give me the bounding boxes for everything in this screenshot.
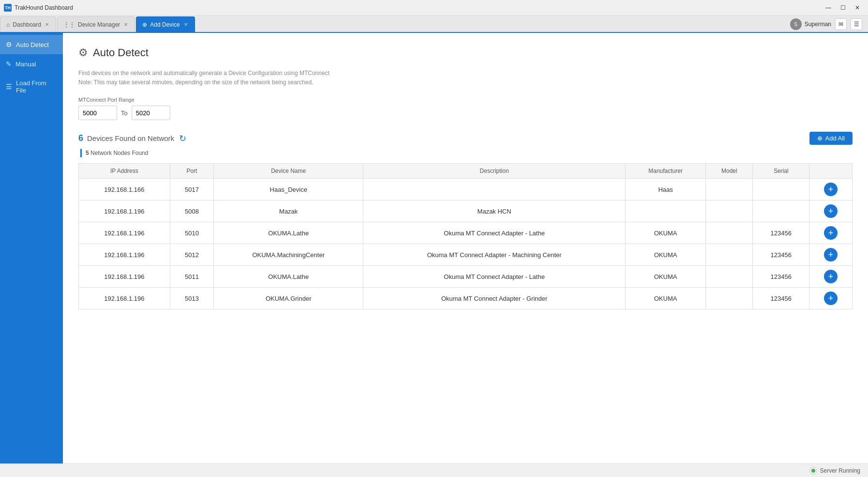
- add-all-icon: ⊕: [817, 135, 823, 142]
- maximize-button[interactable]: ☐: [836, 3, 850, 13]
- tab-bar: ⌂ Dashboard ✕ ⋮⋮ Device Manager ✕ ⊕ Add …: [0, 15, 868, 33]
- network-nodes-text: 5 Network Nodes Found: [86, 150, 148, 156]
- cell-ip: 192.168.1.166: [79, 179, 170, 200]
- cell-description: Mazak HCN: [363, 200, 626, 222]
- dashboard-tab-icon: ⌂: [6, 21, 10, 28]
- sidebar-item-load-from-file[interactable]: ☰ Load From File: [0, 74, 63, 100]
- device-manager-tab-close[interactable]: ✕: [123, 21, 129, 28]
- nodes-divider: [80, 149, 82, 157]
- cell-ip: 192.168.1.196: [79, 200, 170, 222]
- refresh-button[interactable]: ↻: [178, 132, 187, 145]
- cell-description: Okuma MT Connect Adapter - Machining Cen…: [363, 244, 626, 266]
- tab-add-device[interactable]: ⊕ Add Device ✕: [136, 16, 195, 32]
- port-to-label: To: [121, 109, 128, 117]
- cell-port: 5012: [170, 244, 213, 266]
- close-button[interactable]: ✕: [851, 3, 864, 13]
- dashboard-tab-label: Dashboard: [13, 21, 41, 28]
- cell-serial: 123456: [753, 244, 809, 266]
- cell-description: Okuma MT Connect Adapter - Lathe: [363, 266, 626, 288]
- port-to-input[interactable]: [132, 106, 170, 120]
- title-bar-left: TH TrakHound Dashboard: [4, 4, 73, 12]
- devices-count: 6: [78, 133, 83, 143]
- table-row: 192.168.1.196 5010 OKUMA.Lathe Okuma MT …: [79, 222, 853, 244]
- page-title: Auto Detect: [93, 46, 149, 59]
- port-range-section: MTConnect Port Range To: [78, 97, 853, 120]
- cell-device-name: Haas_Device: [214, 179, 363, 200]
- tab-device-manager[interactable]: ⋮⋮ Device Manager ✕: [57, 16, 135, 32]
- status-bar: Server Running: [0, 463, 868, 477]
- cell-device-name: OKUMA.Grinder: [214, 288, 363, 309]
- cell-model: [706, 179, 753, 200]
- cell-model: [706, 288, 753, 309]
- load-from-file-icon: ☰: [6, 83, 12, 91]
- cell-add: +: [809, 179, 853, 200]
- add-all-label: Add All: [825, 135, 845, 142]
- description-line1: Find devices on the network and automati…: [78, 69, 853, 78]
- cell-ip: 192.168.1.196: [79, 222, 170, 244]
- col-actions: [809, 164, 853, 179]
- add-device-row-button[interactable]: +: [824, 226, 838, 240]
- sidebar-item-manual[interactable]: ✎ Manual: [0, 54, 63, 74]
- cell-add: +: [809, 200, 853, 222]
- tab-bar-right: S Superman ✉ ☰: [790, 18, 868, 32]
- server-running-indicator: [811, 469, 815, 473]
- sidebar-item-auto-detect-label: Auto Detect: [16, 41, 49, 48]
- cell-model: [706, 266, 753, 288]
- add-all-button[interactable]: ⊕ Add All: [809, 132, 853, 145]
- tab-dashboard[interactable]: ⌂ Dashboard ✕: [0, 16, 56, 32]
- content-area: ⚙ Auto Detect Find devices on the networ…: [63, 33, 868, 463]
- cell-port: 5017: [170, 179, 213, 200]
- add-device-row-button[interactable]: +: [824, 270, 838, 283]
- cell-ip: 192.168.1.196: [79, 288, 170, 309]
- cell-description: [363, 179, 626, 200]
- col-device-name: Device Name: [214, 164, 363, 179]
- cell-add: +: [809, 288, 853, 309]
- cell-manufacturer: Haas: [626, 179, 706, 200]
- server-status-icon: [809, 467, 817, 475]
- dashboard-tab-close[interactable]: ✕: [44, 21, 50, 28]
- cell-serial: 123456: [753, 266, 809, 288]
- cell-model: [706, 244, 753, 266]
- sidebar-item-manual-label: Manual: [15, 61, 36, 68]
- app-title: TrakHound Dashboard: [15, 4, 73, 11]
- user-area: S Superman: [790, 18, 831, 30]
- sidebar-item-auto-detect[interactable]: ⚙ Auto Detect: [0, 35, 63, 54]
- app-logo: TH: [4, 4, 12, 12]
- cell-manufacturer: [626, 200, 706, 222]
- network-nodes-bar: 5 Network Nodes Found: [78, 149, 853, 157]
- cell-port: 5011: [170, 266, 213, 288]
- avatar: S: [790, 18, 802, 30]
- add-device-row-button[interactable]: +: [824, 248, 838, 262]
- cell-model: [706, 222, 753, 244]
- manual-icon: ✎: [6, 60, 12, 68]
- col-description: Description: [363, 164, 626, 179]
- add-device-tab-close[interactable]: ✕: [183, 21, 189, 28]
- cell-serial: 123456: [753, 288, 809, 309]
- cell-serial: [753, 200, 809, 222]
- network-nodes-count: 5: [86, 150, 89, 156]
- add-device-tab-label: Add Device: [150, 21, 180, 28]
- network-nodes-label2: Network Nodes Found: [90, 150, 148, 156]
- cell-ip: 192.168.1.196: [79, 244, 170, 266]
- add-device-row-button[interactable]: +: [824, 292, 838, 305]
- main-layout: ⚙ Auto Detect ✎ Manual ☰ Load From File …: [0, 33, 868, 463]
- title-bar: TH TrakHound Dashboard — ☐ ✕: [0, 0, 868, 15]
- col-serial: Serial: [753, 164, 809, 179]
- cell-device-name: OKUMA.Lathe: [214, 222, 363, 244]
- col-model: Model: [706, 164, 753, 179]
- cell-manufacturer: OKUMA: [626, 222, 706, 244]
- cell-add: +: [809, 266, 853, 288]
- minimize-button[interactable]: —: [822, 3, 835, 13]
- notifications-button[interactable]: ✉: [835, 18, 847, 30]
- table-row: 192.168.1.196 5013 OKUMA.Grinder Okuma M…: [79, 288, 853, 309]
- device-manager-tab-icon: ⋮⋮: [63, 21, 75, 28]
- add-device-row-button[interactable]: +: [824, 183, 838, 196]
- cell-manufacturer: OKUMA: [626, 244, 706, 266]
- cell-add: +: [809, 222, 853, 244]
- menu-button[interactable]: ☰: [851, 18, 862, 30]
- cell-serial: 123456: [753, 222, 809, 244]
- port-from-input[interactable]: [78, 106, 117, 120]
- page-description: Find devices on the network and automati…: [78, 69, 853, 87]
- cell-device-name: Mazak: [214, 200, 363, 222]
- add-device-row-button[interactable]: +: [824, 204, 838, 218]
